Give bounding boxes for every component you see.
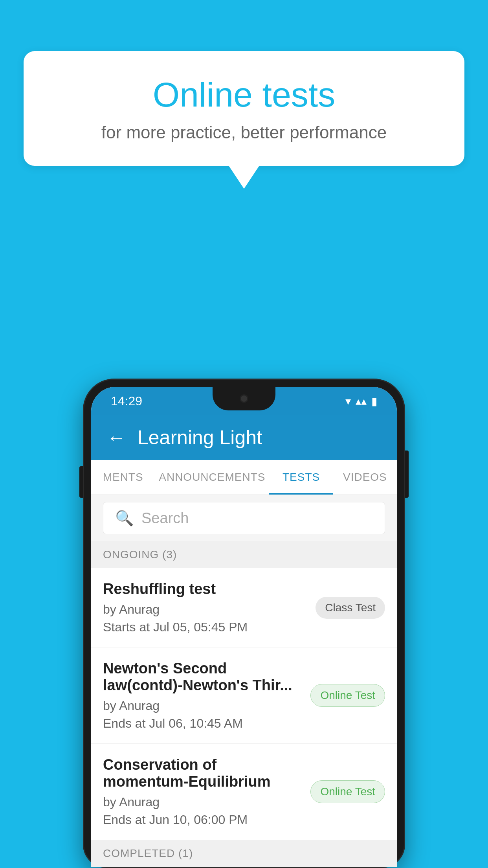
status-icons: ▾ ▴▴ ▮ [345,395,377,408]
wifi-icon: ▾ [345,395,351,408]
completed-section-header: COMPLETED (1) [91,840,397,867]
test-item-2-content: Newton's Second law(contd)-Newton's Thir… [103,660,310,731]
test-item-1[interactable]: Reshuffling test by Anurag Starts at Jul… [91,568,397,647]
test-item-2-author: by Anurag [103,699,303,713]
test-item-3-title: Conservation of momentum-Equilibrium [103,756,303,790]
ongoing-section-header: ONGOING (3) [91,541,397,568]
test-item-1-time: Starts at Jul 05, 05:45 PM [103,620,308,634]
test-item-1-badge: Class Test [316,597,385,619]
test-item-2[interactable]: Newton's Second law(contd)-Newton's Thir… [91,647,397,744]
bubble-title: Online tests [55,75,433,115]
test-item-2-badge: Online Test [310,684,385,707]
test-item-2-title: Newton's Second law(contd)-Newton's Thir… [103,660,303,694]
test-item-2-time: Ends at Jul 06, 10:45 AM [103,716,303,731]
phone-frame: 14:29 ▾ ▴▴ ▮ ← Learning Light MENTS ANNO… [83,379,405,868]
test-item-3-author: by Anurag [103,795,303,809]
tab-tests[interactable]: TESTS [269,460,333,495]
bubble-subtitle: for more practice, better performance [55,123,433,142]
tab-ments[interactable]: MENTS [91,460,155,495]
test-item-3-badge: Online Test [310,780,385,803]
test-item-1-title: Reshuffling test [103,581,308,598]
test-item-3[interactable]: Conservation of momentum-Equilibrium by … [91,744,397,840]
app-title: Learning Light [138,426,262,449]
test-item-1-author: by Anurag [103,602,308,617]
battery-icon: ▮ [371,395,377,408]
search-bar[interactable]: 🔍 Search [103,502,385,534]
bubble-arrow [228,165,260,189]
phone-notch [213,387,275,410]
test-item-1-content: Reshuffling test by Anurag Starts at Jul… [103,581,316,634]
search-input[interactable]: Search [141,510,189,527]
tab-videos[interactable]: VIDEOS [333,460,397,495]
tabs-container: MENTS ANNOUNCEMENTS TESTS VIDEOS [91,460,397,495]
front-camera [240,394,248,403]
tab-announcements[interactable]: ANNOUNCEMENTS [155,460,269,495]
test-item-3-content: Conservation of momentum-Equilibrium by … [103,756,310,827]
phone-container: 14:29 ▾ ▴▴ ▮ ← Learning Light MENTS ANNO… [83,379,405,868]
search-container: 🔍 Search [91,495,397,541]
speech-bubble-section: Online tests for more practice, better p… [24,51,464,189]
app-header: ← Learning Light [91,415,397,460]
status-time: 14:29 [111,394,142,408]
signal-icon: ▴▴ [356,395,367,408]
phone-screen: 14:29 ▾ ▴▴ ▮ ← Learning Light MENTS ANNO… [91,387,397,867]
back-button[interactable]: ← [107,427,126,449]
test-item-3-time: Ends at Jun 10, 06:00 PM [103,813,303,827]
search-icon: 🔍 [115,509,134,527]
speech-bubble: Online tests for more practice, better p… [24,51,464,166]
